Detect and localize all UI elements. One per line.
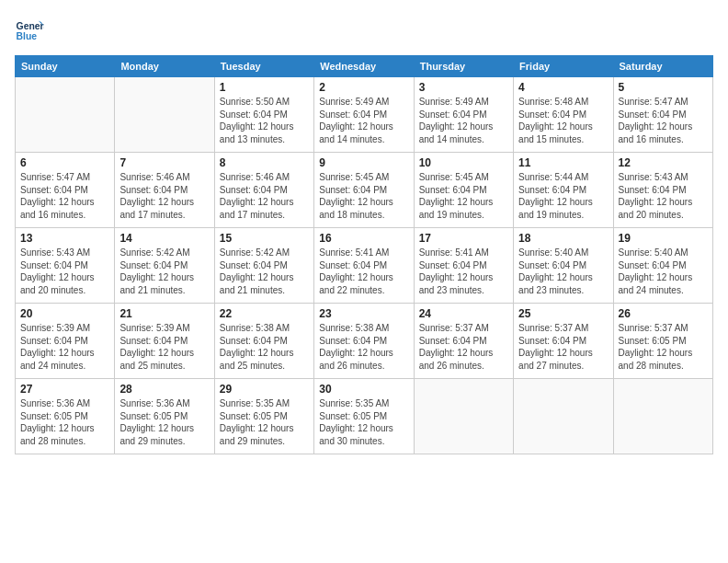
day-number: 13 [20,232,109,245]
cell-info-line: and 24 minutes. [619,284,708,297]
calendar-cell: 17Sunrise: 5:41 AMSunset: 6:04 PMDayligh… [414,228,513,304]
svg-text:Blue: Blue [17,31,38,41]
page-header: General Blue [15,15,713,44]
calendar-cell: 1Sunrise: 5:50 AMSunset: 6:04 PMDaylight… [214,77,313,153]
cell-info-line: Daylight: 12 hours [518,196,608,209]
cell-info-line: Sunset: 6:05 PM [20,410,109,423]
day-number: 4 [518,81,608,94]
cell-info-line: Daylight: 12 hours [518,347,608,360]
cell-info-line: Sunrise: 5:45 AM [419,171,508,184]
col-header-thursday: Thursday [414,56,513,77]
cell-info-line: Daylight: 12 hours [419,271,508,284]
cell-info-line: Sunrise: 5:45 AM [319,171,408,184]
cell-info-line: Daylight: 12 hours [619,271,708,284]
cell-info-line: and 24 minutes. [20,360,109,373]
cell-info-line: Sunset: 6:04 PM [220,259,309,272]
cell-info-line: and 25 minutes. [220,360,309,373]
day-number: 17 [419,232,508,245]
cell-info-line: Daylight: 12 hours [619,196,708,209]
col-header-monday: Monday [115,56,214,77]
cell-info-line: Sunrise: 5:41 AM [419,247,508,259]
cell-info-line: Sunset: 6:04 PM [419,335,508,348]
day-number: 22 [220,307,309,320]
cell-info-line: and 25 minutes. [119,360,209,373]
calendar-cell: 5Sunrise: 5:47 AMSunset: 6:04 PMDaylight… [613,77,712,153]
cell-info-line: and 20 minutes. [619,209,708,222]
cell-info-line: Daylight: 12 hours [20,347,109,360]
cell-info-line: Daylight: 12 hours [319,121,408,133]
cell-info-line: Sunrise: 5:42 AM [220,247,309,259]
cell-info-line: Daylight: 12 hours [619,347,708,360]
day-number: 1 [220,81,309,94]
calendar-cell [613,379,712,454]
cell-info-line: Sunset: 6:04 PM [518,259,608,272]
cell-info-line: and 23 minutes. [518,284,608,297]
cell-info-line: Sunrise: 5:50 AM [220,96,309,109]
calendar-cell: 25Sunrise: 5:37 AMSunset: 6:04 PMDayligh… [514,304,613,379]
calendar-cell: 16Sunrise: 5:41 AMSunset: 6:04 PMDayligh… [314,228,414,304]
cell-info-line: Sunset: 6:04 PM [319,184,408,197]
cell-info-line: and 17 minutes. [220,209,309,222]
cell-info-line: and 16 minutes. [619,133,708,146]
cell-info-line: Sunrise: 5:40 AM [619,247,708,259]
cell-info-line: and 14 minutes. [319,133,408,146]
cell-info-line: Sunrise: 5:43 AM [20,247,109,259]
col-header-saturday: Saturday [613,56,712,77]
cell-info-line: Sunset: 6:04 PM [119,335,209,348]
cell-info-line: Sunset: 6:05 PM [220,410,309,423]
cell-info-line: and 29 minutes. [220,435,309,448]
cell-info-line: Sunrise: 5:37 AM [419,322,508,335]
calendar-cell: 14Sunrise: 5:42 AMSunset: 6:04 PMDayligh… [115,228,214,304]
cell-info-line: Sunset: 6:04 PM [20,184,109,197]
day-number: 20 [20,307,109,320]
cell-info-line: Sunset: 6:04 PM [518,335,608,348]
cell-info-line: Daylight: 12 hours [518,121,608,133]
calendar-cell [514,379,613,454]
day-number: 15 [220,232,309,245]
calendar-cell: 28Sunrise: 5:36 AMSunset: 6:05 PMDayligh… [115,379,214,454]
calendar-week-5: 27Sunrise: 5:36 AMSunset: 6:05 PMDayligh… [16,379,713,454]
day-number: 14 [119,232,209,245]
day-number: 16 [319,232,408,245]
cell-info-line: Sunset: 6:04 PM [518,184,608,197]
cell-info-line: Sunset: 6:04 PM [319,109,408,121]
calendar-week-4: 20Sunrise: 5:39 AMSunset: 6:04 PMDayligh… [16,304,713,379]
day-number: 19 [619,232,708,245]
cell-info-line: Sunrise: 5:47 AM [20,171,109,184]
cell-info-line: Sunrise: 5:39 AM [20,322,109,335]
cell-info-line: Sunset: 6:04 PM [319,259,408,272]
calendar-cell [414,379,513,454]
cell-info-line: Sunset: 6:05 PM [619,335,708,348]
cell-info-line: Sunrise: 5:37 AM [518,322,608,335]
day-number: 28 [119,383,209,396]
cell-info-line: and 23 minutes. [419,284,508,297]
cell-info-line: Daylight: 12 hours [619,121,708,133]
cell-info-line: and 21 minutes. [220,284,309,297]
cell-info-line: Daylight: 12 hours [319,422,408,435]
day-number: 2 [319,81,408,94]
cell-info-line: Sunset: 6:05 PM [119,410,209,423]
day-number: 27 [20,383,109,396]
calendar-cell: 24Sunrise: 5:37 AMSunset: 6:04 PMDayligh… [414,304,513,379]
day-number: 23 [319,307,408,320]
calendar-cell: 15Sunrise: 5:42 AMSunset: 6:04 PMDayligh… [214,228,313,304]
cell-info-line: and 28 minutes. [619,360,708,373]
calendar-cell: 21Sunrise: 5:39 AMSunset: 6:04 PMDayligh… [115,304,214,379]
calendar-cell: 20Sunrise: 5:39 AMSunset: 6:04 PMDayligh… [16,304,115,379]
cell-info-line: Sunset: 6:04 PM [419,109,508,121]
cell-info-line: Sunset: 6:04 PM [518,109,608,121]
calendar-week-2: 6Sunrise: 5:47 AMSunset: 6:04 PMDaylight… [16,153,713,228]
cell-info-line: Sunrise: 5:46 AM [220,171,309,184]
calendar-table: SundayMondayTuesdayWednesdayThursdayFrid… [15,55,713,454]
cell-info-line: Sunset: 6:04 PM [319,335,408,348]
day-number: 29 [220,383,309,396]
calendar-cell: 22Sunrise: 5:38 AMSunset: 6:04 PMDayligh… [214,304,313,379]
cell-info-line: Daylight: 12 hours [119,422,209,435]
calendar-cell: 29Sunrise: 5:35 AMSunset: 6:05 PMDayligh… [214,379,313,454]
cell-info-line: and 15 minutes. [518,133,608,146]
cell-info-line: Daylight: 12 hours [20,422,109,435]
cell-info-line: Sunrise: 5:49 AM [419,96,508,109]
calendar-cell: 11Sunrise: 5:44 AMSunset: 6:04 PMDayligh… [514,153,613,228]
cell-info-line: Sunrise: 5:48 AM [518,96,608,109]
cell-info-line: Sunrise: 5:36 AM [20,397,109,410]
